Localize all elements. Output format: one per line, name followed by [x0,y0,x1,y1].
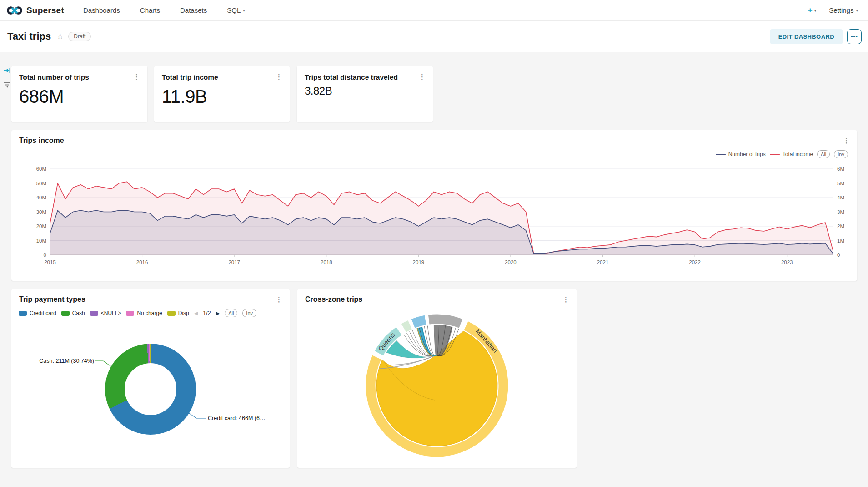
card-title: Trips total distance traveled [305,73,398,82]
svg-text:50M: 50M [36,181,46,186]
svg-text:6M: 6M [837,166,844,172]
chevron-down-icon: ▾ [243,8,245,13]
trips-income-line-chart: 60M6M50M5M40M4M30M3M20M2M10M1M0020152016… [11,130,857,281]
svg-text:0: 0 [837,252,840,258]
svg-text:2015: 2015 [44,259,56,265]
svg-text:60M: 60M [36,166,46,172]
nav-item-sql[interactable]: SQL▾ [227,6,245,14]
payment-donut-chart[interactable] [105,344,196,435]
svg-text:2021: 2021 [597,259,609,265]
pie-label-cash: Cash: 211M (30.74%) [39,358,94,364]
plus-icon: + [808,6,813,15]
legend-prev-page-icon[interactable]: ◀ [194,310,198,316]
donut-hole [125,363,176,415]
svg-text:1M: 1M [837,238,844,244]
draft-badge: Draft [68,32,91,41]
nav-menu: DashboardsChartsDatasetsSQL▾ [83,6,245,14]
chevron-down-icon: ▾ [856,8,858,13]
brand-name: Superset [26,5,64,15]
legend-inv-button[interactable]: Inv [242,309,256,317]
legend-item-disp[interactable]: Disp [167,310,189,316]
big-number-value: 11.9B [162,86,290,107]
legend-swatch [126,311,134,316]
svg-text:40M: 40M [36,195,46,200]
nav-right: + ▾ Settings ▾ [808,6,858,15]
svg-text:4M: 4M [837,195,844,200]
svg-text:2022: 2022 [689,259,701,265]
legend-label: <NULL> [101,310,121,316]
svg-text:20M: 20M [36,223,46,229]
kebab-menu-icon[interactable]: ⋮ [417,73,427,81]
legend-label: Credit card [30,310,56,316]
chevron-down-icon: ▾ [814,8,817,13]
expand-filter-bar-icon[interactable] [4,67,11,76]
legend-swatch [167,311,176,316]
filter-list-icon[interactable] [3,81,11,90]
svg-text:0: 0 [44,252,46,258]
pie-label-credit-card: Credit card: 466M (6… [208,415,265,421]
svg-text:5M: 5M [837,181,844,186]
panel-trips-income: Trips income ⋮ Number of tripsTotal inco… [11,130,857,281]
dashboard-header: Taxi trips ☆ Draft EDIT DASHBOARD ••• [0,21,868,52]
superset-brand[interactable]: Superset [6,5,64,16]
favorite-star-icon[interactable]: ☆ [56,31,64,41]
settings-menu[interactable]: Settings ▾ [829,6,858,14]
panel-title: Trip payment types [19,295,85,304]
svg-text:2019: 2019 [413,259,425,265]
big-number-value: 3.82B [305,85,433,97]
settings-label: Settings [829,6,853,14]
new-item-button[interactable]: + ▾ [808,6,816,15]
legend-swatch [90,311,98,316]
legend-item--null-[interactable]: <NULL> [90,310,121,316]
dashboard-page: Superset DashboardsChartsDatasetsSQL▾ + … [0,0,868,487]
card-total-distance: Trips total distance traveled ⋮ 3.82B [297,66,433,122]
card-trip-income: Total trip income ⋮ 11.9B [154,66,290,122]
kebab-menu-icon[interactable]: ⋮ [131,73,142,81]
pie-chart-legend: Credit cardCash<NULL>No chargeDisp◀1/2▶A… [19,309,256,317]
card-total-trips: Total number of trips ⋮ 686M [11,66,147,122]
svg-text:30M: 30M [36,209,46,215]
page-title: Taxi trips [7,30,51,42]
superset-logo-icon [6,5,23,16]
legend-item-cash[interactable]: Cash [61,310,85,316]
legend-item-credit-card[interactable]: Credit card [19,310,56,316]
legend-swatch [61,311,70,316]
kebab-menu-icon[interactable]: ⋮ [274,73,284,81]
svg-text:2017: 2017 [228,259,240,265]
svg-text:10M: 10M [36,238,46,244]
cross-zone-chord-chart[interactable]: Manhattan Queens [297,289,577,468]
nav-item-dashboards[interactable]: Dashboards [83,6,120,14]
svg-text:2020: 2020 [505,259,517,265]
card-title: Total trip income [162,73,218,82]
legend-page-indicator: 1/2 [203,310,211,316]
card-title: Total number of trips [19,73,89,82]
legend-label: Cash [72,310,85,316]
more-options-button[interactable]: ••• [847,29,862,44]
legend-label: No charge [137,310,162,316]
legend-label: Disp [178,310,189,316]
top-navbar: Superset DashboardsChartsDatasetsSQL▾ + … [0,0,868,21]
legend-swatch [19,311,27,316]
legend-all-button[interactable]: All [225,309,237,317]
edit-dashboard-button[interactable]: EDIT DASHBOARD [770,29,843,44]
kebab-menu-icon[interactable]: ⋮ [274,295,284,303]
svg-text:2016: 2016 [136,259,148,265]
nav-item-charts[interactable]: Charts [140,6,160,14]
svg-text:3M: 3M [837,209,844,215]
svg-text:2023: 2023 [781,259,793,265]
legend-item-no-charge[interactable]: No charge [126,310,162,316]
nav-item-datasets[interactable]: Datasets [180,6,207,14]
big-number-value: 686M [19,86,147,107]
svg-text:2M: 2M [837,223,844,229]
panel-payment-types: Trip payment types ⋮ Credit cardCash<NUL… [11,289,290,468]
svg-text:2018: 2018 [321,259,332,265]
panel-cross-zone: Cross-zone trips ⋮ Manhattan Queens [297,289,577,468]
legend-next-page-icon[interactable]: ▶ [216,310,220,316]
